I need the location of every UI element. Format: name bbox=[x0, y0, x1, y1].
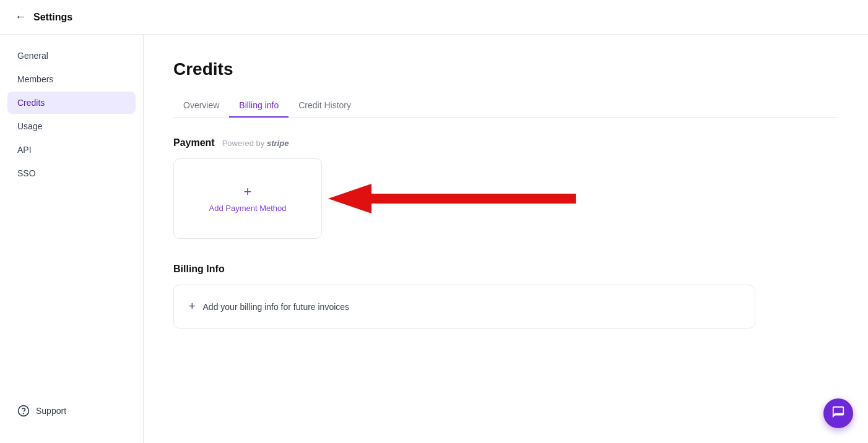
sidebar-item-members[interactable]: Members bbox=[7, 68, 136, 90]
powered-by-text: Powered by stripe bbox=[222, 139, 289, 148]
sidebar-footer: Support bbox=[0, 389, 143, 433]
chat-icon bbox=[831, 405, 845, 422]
payment-label: Payment bbox=[173, 137, 215, 148]
sidebar-item-credits[interactable]: Credits bbox=[7, 92, 136, 114]
sidebar-item-general[interactable]: General bbox=[7, 45, 136, 67]
chat-button[interactable] bbox=[823, 398, 853, 428]
header-title: Settings bbox=[33, 12, 72, 23]
back-icon: ← bbox=[15, 11, 26, 24]
page-title: Credits bbox=[173, 59, 838, 79]
svg-rect-2 bbox=[371, 194, 576, 204]
support-button[interactable]: Support bbox=[7, 398, 136, 423]
main-content: Credits Overview Billing info Credit His… bbox=[144, 35, 868, 443]
sidebar-item-api[interactable]: API bbox=[7, 139, 136, 161]
main-layout: General Members Credits Usage API SSO Su… bbox=[0, 35, 868, 443]
tabs-bar: Overview Billing info Credit History bbox=[173, 94, 838, 118]
add-payment-plus-icon: + bbox=[244, 185, 252, 199]
arrow-annotation bbox=[322, 174, 582, 223]
support-label: Support bbox=[36, 406, 66, 416]
stripe-text: stripe bbox=[267, 139, 289, 148]
support-icon bbox=[17, 405, 30, 417]
billing-info-label: Billing Info bbox=[173, 264, 225, 275]
sidebar-item-sso[interactable]: SSO bbox=[7, 162, 136, 184]
add-payment-label: Add Payment Method bbox=[209, 204, 286, 213]
tab-overview[interactable]: Overview bbox=[173, 94, 229, 118]
billing-info-box[interactable]: + Add your billing info for future invoi… bbox=[173, 285, 755, 329]
svg-point-1 bbox=[24, 413, 24, 414]
billing-plus-icon: + bbox=[189, 300, 196, 313]
payment-section-label: Payment Powered by stripe bbox=[173, 137, 838, 148]
back-button[interactable]: ← bbox=[15, 11, 26, 24]
sidebar-item-usage[interactable]: Usage bbox=[7, 115, 136, 137]
tab-billing-info[interactable]: Billing info bbox=[229, 94, 289, 118]
billing-info-section-label: Billing Info bbox=[173, 264, 838, 275]
billing-info-text: Add your billing info for future invoice… bbox=[203, 302, 350, 312]
sidebar-nav: General Members Credits Usage API SSO bbox=[0, 45, 143, 184]
red-arrow bbox=[322, 174, 582, 223]
header: ← Settings bbox=[0, 0, 868, 35]
payment-area: + Add Payment Method bbox=[173, 158, 838, 239]
add-payment-card[interactable]: + Add Payment Method bbox=[173, 158, 322, 239]
svg-marker-3 bbox=[328, 184, 371, 213]
sidebar: General Members Credits Usage API SSO Su… bbox=[0, 35, 144, 443]
tab-credit-history[interactable]: Credit History bbox=[289, 94, 361, 118]
